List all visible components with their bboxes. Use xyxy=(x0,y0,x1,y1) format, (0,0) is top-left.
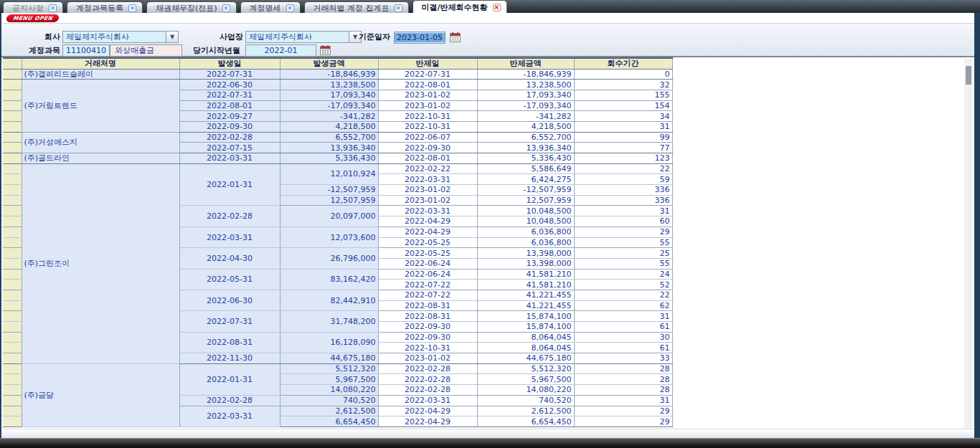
row-selector[interactable] xyxy=(3,300,22,311)
row-selector[interactable] xyxy=(3,100,22,111)
cell-settle-date[interactable]: 2022-10-31 xyxy=(378,343,477,353)
cell-collect-days[interactable]: 22 xyxy=(574,163,672,174)
row-selector[interactable] xyxy=(3,121,22,132)
row-selector[interactable] xyxy=(3,374,22,385)
cell-customer-name[interactable]: (주)거림트렌드 xyxy=(22,80,179,132)
cell-occur-amount[interactable]: 31,748,200 xyxy=(280,311,378,332)
cell-occur-date[interactable]: 2022-08-01 xyxy=(179,100,280,111)
row-selector[interactable] xyxy=(3,385,22,396)
cell-settle-date[interactable]: 2022-06-24 xyxy=(378,258,477,269)
cell-settle-date[interactable]: 2022-04-29 xyxy=(378,227,477,237)
cell-occur-amount[interactable]: 5,967,500 xyxy=(280,374,378,385)
cell-settle-date[interactable]: 2023-01-02 xyxy=(378,100,477,111)
cell-collect-days[interactable]: 31 xyxy=(574,395,672,406)
cell-occur-date[interactable]: 2022-03-31 xyxy=(179,153,280,164)
row-selector[interactable] xyxy=(3,174,22,185)
row-selector[interactable] xyxy=(3,269,22,280)
cell-occur-amount[interactable]: 14,080,220 xyxy=(280,385,378,396)
cell-customer-name[interactable]: (주)갤러리드슬레이 xyxy=(22,69,179,80)
row-selector[interactable] xyxy=(3,80,22,90)
cell-collect-days[interactable]: 336 xyxy=(574,195,672,206)
cell-settle-amount[interactable]: 13,238,500 xyxy=(477,80,574,90)
row-selector[interactable] xyxy=(3,90,22,100)
row-selector[interactable] xyxy=(3,311,22,322)
cell-occur-date[interactable]: 2022-08-31 xyxy=(179,332,280,353)
cell-collect-days[interactable]: 55 xyxy=(574,258,672,269)
cell-occur-date[interactable]: 2022-09-30 xyxy=(179,121,280,132)
cell-collect-days[interactable]: 154 xyxy=(574,100,672,111)
cell-settle-amount[interactable]: 5,967,500 xyxy=(477,374,574,385)
cell-collect-days[interactable]: 52 xyxy=(574,280,672,290)
cell-customer-name[interactable]: (주)골드라인 xyxy=(22,153,179,164)
cell-occur-amount[interactable]: 13,238,500 xyxy=(280,80,378,90)
tab-collection-status[interactable]: 미결/반제회수현황 × xyxy=(413,0,507,13)
chevron-down-icon[interactable]: ▼ xyxy=(166,32,178,42)
cell-collect-days[interactable]: 123 xyxy=(574,153,672,164)
row-selector[interactable] xyxy=(3,363,22,374)
cell-settle-date[interactable]: 2022-07-31 xyxy=(378,69,477,80)
row-selector[interactable] xyxy=(3,395,22,406)
cell-settle-amount[interactable]: 5,336,430 xyxy=(477,153,574,164)
cell-occur-date[interactable]: 2022-03-31 xyxy=(179,227,280,247)
account-name-field[interactable]: 외상매출금 xyxy=(110,44,182,57)
cell-occur-date[interactable]: 2022-09-27 xyxy=(179,111,280,122)
cell-collect-days[interactable]: 24 xyxy=(574,269,672,280)
period-input[interactable]: 2022-01 xyxy=(245,44,316,57)
cell-settle-amount[interactable]: 4,218,500 xyxy=(477,121,574,132)
cell-collect-days[interactable]: 30 xyxy=(574,332,672,343)
cell-occur-amount[interactable]: 5,336,430 xyxy=(280,153,378,164)
cell-settle-date[interactable]: 2022-04-29 xyxy=(378,406,477,416)
vertical-scrollbar[interactable] xyxy=(964,59,973,429)
site-select[interactable]: 제일제지주식회사 ▼ xyxy=(245,31,362,43)
cell-collect-days[interactable]: 336 xyxy=(574,185,672,196)
tab-close-icon[interactable]: × xyxy=(49,4,57,12)
row-selector[interactable] xyxy=(3,416,22,427)
cell-settle-date[interactable]: 2022-09-30 xyxy=(378,143,477,153)
cell-occur-amount[interactable]: -18,846,939 xyxy=(280,69,378,80)
horizontal-scrollbar[interactable] xyxy=(1,429,974,438)
cell-occur-date[interactable]: 2022-07-31 xyxy=(179,311,280,332)
cell-settle-amount[interactable]: 41,221,455 xyxy=(477,300,574,311)
row-selector[interactable] xyxy=(3,332,22,343)
row-selector[interactable] xyxy=(3,69,22,80)
menu-open-button[interactable]: MENU OPEN xyxy=(6,14,60,22)
cell-settle-date[interactable]: 2022-05-25 xyxy=(378,248,477,259)
cell-collect-days[interactable]: 60 xyxy=(574,216,672,227)
cell-collect-days[interactable]: 29 xyxy=(574,406,672,416)
row-selector[interactable] xyxy=(3,258,22,269)
cell-occur-date[interactable]: 2022-11-30 xyxy=(179,353,280,364)
tab-account-registration[interactable]: 계정과목등록 × xyxy=(67,1,143,13)
cell-collect-days[interactable]: 29 xyxy=(574,227,672,237)
cell-occur-amount[interactable]: 12,073,600 xyxy=(280,227,378,247)
cell-occur-amount[interactable]: -341,282 xyxy=(280,111,378,122)
cell-collect-days[interactable]: 31 xyxy=(574,206,672,216)
cell-collect-days[interactable]: 31 xyxy=(574,121,672,132)
cell-collect-days[interactable]: 28 xyxy=(574,385,672,396)
cell-occur-amount[interactable]: 4,218,500 xyxy=(280,121,378,132)
cell-occur-amount[interactable]: 5,512,320 xyxy=(280,363,378,374)
cell-collect-days[interactable]: 28 xyxy=(574,363,672,374)
cell-settle-date[interactable]: 2022-02-28 xyxy=(378,385,477,396)
cell-occur-amount[interactable]: 20,097,000 xyxy=(280,206,378,227)
calendar-icon[interactable] xyxy=(320,45,331,55)
cell-settle-date[interactable]: 2022-07-22 xyxy=(378,290,477,300)
cell-occur-date[interactable]: 2022-02-28 xyxy=(179,132,280,143)
cell-collect-days[interactable]: 33 xyxy=(574,353,672,364)
cell-collect-days[interactable]: 62 xyxy=(574,300,672,311)
cell-settle-date[interactable]: 2023-01-02 xyxy=(378,353,477,364)
cell-settle-date[interactable]: 2022-06-24 xyxy=(378,269,477,280)
cell-settle-amount[interactable]: 13,936,340 xyxy=(477,143,574,153)
cell-settle-date[interactable]: 2022-09-30 xyxy=(378,332,477,343)
cell-settle-date[interactable]: 2022-08-31 xyxy=(378,300,477,311)
cell-occur-amount[interactable]: 12,507,959 xyxy=(280,195,378,206)
cell-settle-amount[interactable]: 10,048,500 xyxy=(477,216,574,227)
row-selector[interactable] xyxy=(3,153,22,164)
cell-settle-date[interactable]: 2022-10-31 xyxy=(378,111,477,122)
cell-settle-date[interactable]: 2022-04-29 xyxy=(378,216,477,227)
cell-settle-date[interactable]: 2022-08-31 xyxy=(378,311,477,322)
cell-settle-amount[interactable]: -12,507,959 xyxy=(477,185,574,196)
cell-occur-date[interactable]: 2022-05-31 xyxy=(179,269,280,290)
cell-collect-days[interactable]: 0 xyxy=(574,69,672,80)
tab-close-icon[interactable]: × xyxy=(395,4,402,12)
cell-settle-amount[interactable]: -341,282 xyxy=(477,111,574,122)
